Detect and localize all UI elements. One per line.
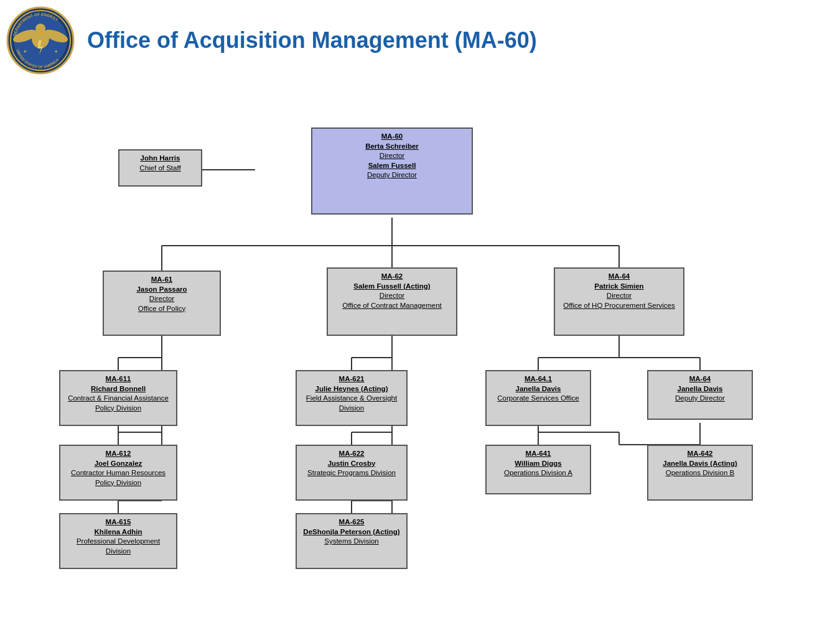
node-ma64: MA-64 Patrick Simien Director Office of … xyxy=(554,267,684,336)
svg-text:★: ★ xyxy=(23,49,27,53)
node-ma61: MA-61 Jason Passaro Director Office of P… xyxy=(103,271,221,336)
node-ma64-dd: MA-64 Janella Davis Deputy Director xyxy=(647,370,753,420)
node-ma641-corp: MA-64.1 Janella Davis Corporate Services… xyxy=(485,370,591,426)
page-title: Office of Acquisition Management (MA-60) xyxy=(87,27,537,53)
node-ma612: MA-612 Joel Gonzalez Contractor Human Re… xyxy=(59,445,177,501)
node-ma621: MA-621 Julie Heynes (Acting) Field Assis… xyxy=(296,370,408,426)
node-ma642: MA-642 Janella Davis (Acting) Operations… xyxy=(647,445,753,501)
node-ma611: MA-611 Richard Bonnell Contract & Financ… xyxy=(59,370,177,426)
node-cos: John Harris Chief of Staff xyxy=(118,149,202,187)
org-chart: MA-60 Berta Schreiber Director Salem Fus… xyxy=(12,78,828,619)
doe-seal: DEPARTMENT OF ENERGY UNITED STATES OF AM… xyxy=(6,6,75,75)
page-header: DEPARTMENT OF ENERGY UNITED STATES OF AM… xyxy=(0,0,840,78)
node-ma615: MA-615 Khilena Adhin Professional Develo… xyxy=(59,513,177,569)
node-ma641-ops: MA-641 William Diggs Operations Division… xyxy=(485,445,591,494)
svg-text:★: ★ xyxy=(54,49,58,53)
node-ma60: MA-60 Berta Schreiber Director Salem Fus… xyxy=(311,127,473,215)
node-ma625: MA-625 DeShonjla Peterson (Acting) Syste… xyxy=(296,513,408,569)
node-ma622: MA-622 Justin Crosby Strategic Programs … xyxy=(296,445,408,501)
node-ma62: MA-62 Salem Fussell (Acting) Director Of… xyxy=(327,267,457,336)
